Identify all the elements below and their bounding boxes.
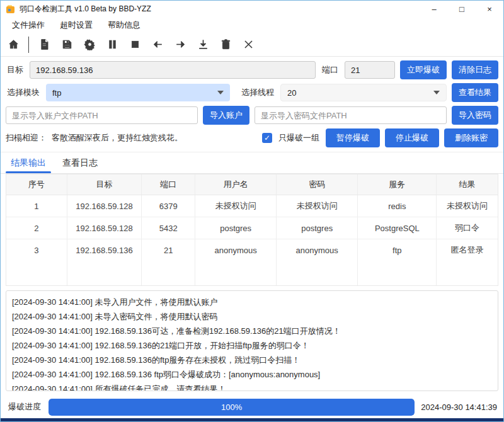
title-bar: 弱口令检测工具 v1.0 Beta by BBD-YZZ – □ ×	[1, 1, 503, 18]
import-passwords-button[interactable]: 导入密码	[452, 106, 498, 125]
log-output[interactable]: [2024-09-30 14:41:00] 未导入用户文件，将使用默认账户[20…	[6, 290, 498, 391]
progress-value: 100%	[221, 402, 242, 412]
log-line: [2024-09-30 14:41:00] 192.168.59.136可达，准…	[12, 324, 492, 338]
tab-results-output[interactable]: 结果输出	[6, 152, 51, 173]
results-table: 序号目标端口用户名密码服务结果1192.168.59.1286379未授权访问未…	[6, 174, 498, 286]
status-bar: 爆破进度 100% 2024-09-30 14:41:39	[1, 396, 503, 418]
progress-bar: 100%	[49, 399, 415, 416]
minimize-icon[interactable]: –	[420, 1, 448, 18]
thread-select[interactable]: 20	[280, 84, 447, 101]
chevron-down-icon	[217, 91, 224, 94]
table-row[interactable]: 2192.168.59.1285432postgrespostgresPostg…	[6, 217, 498, 239]
progress-label: 爆破进度	[7, 401, 42, 413]
table-header-row: 序号目标端口用户名密码服务结果	[6, 174, 498, 195]
table-cell: 未授权访问	[437, 195, 498, 217]
table-header-cell: 密码	[277, 174, 358, 195]
clear-log-button[interactable]: 清除日志	[452, 60, 498, 79]
greeting-label: 扫榻相迎：	[6, 132, 47, 144]
toolbar-separator	[28, 37, 29, 53]
table-cell: ftp	[358, 239, 437, 261]
table-cell: 192.168.59.136	[67, 239, 142, 261]
save-icon[interactable]	[60, 38, 73, 51]
table-cell: anonymous	[277, 239, 358, 261]
only-one-group-label: 只爆破一组	[277, 132, 321, 144]
table-header-cell: 端口	[142, 174, 195, 195]
log-line: [2024-09-30 14:41:00] 未导入用户文件，将使用默认账户	[12, 295, 492, 309]
progress-fill: 100%	[49, 399, 415, 416]
module-select-value: ftp	[52, 88, 61, 98]
log-line: [2024-09-30 14:41:00] 未导入密码文件，将使用默认密码	[12, 309, 492, 324]
menu-item-2[interactable]: 帮助信息	[100, 18, 148, 32]
menu-item-0[interactable]: 文件操作	[4, 18, 52, 32]
maximize-icon[interactable]: □	[448, 1, 476, 18]
chevron-down-icon	[433, 91, 440, 94]
table-cell: postgres	[195, 217, 277, 239]
table-row[interactable]: 1192.168.59.1286379未授权访问未授权访问redis未授权访问	[6, 195, 498, 217]
stop-icon[interactable]	[129, 38, 141, 51]
table-empty-area	[6, 261, 498, 285]
close-icon[interactable]	[242, 38, 255, 51]
table-cell: 未授权访问	[195, 195, 277, 217]
download-icon[interactable]	[197, 38, 209, 51]
table-cell: postgres	[277, 217, 358, 239]
table-row[interactable]: 3192.168.59.13621anonymousanonymousftp匿名…	[6, 239, 498, 261]
import-row: 导入账户 导入密码	[6, 106, 498, 125]
file-icon[interactable]	[38, 38, 50, 51]
table-cell: 6379	[142, 195, 195, 217]
target-label: 目标	[6, 64, 25, 76]
import-users-button[interactable]: 导入账户	[203, 106, 249, 125]
menu-bar: 文件操作超时设置帮助信息	[1, 18, 503, 33]
module-select[interactable]: ftp	[46, 84, 230, 101]
table-cell: PostgreSQL	[358, 217, 437, 239]
tab-bar: 结果输出查看日志	[1, 152, 503, 174]
stop-attack-button[interactable]: 停止爆破	[385, 128, 439, 147]
window-bottom-edge	[1, 418, 503, 421]
table-cell: 弱口令	[437, 217, 498, 239]
arrow-left-icon[interactable]	[151, 38, 164, 51]
port-input[interactable]	[345, 61, 395, 79]
table-cell: redis	[358, 195, 437, 217]
delete-credentials-button[interactable]: 删除账密	[444, 128, 498, 147]
table-header-cell: 服务	[358, 174, 437, 195]
window-controls: – □ ×	[420, 1, 503, 18]
table-cell: 2	[6, 217, 67, 239]
user-file-path-input[interactable]	[6, 106, 198, 124]
port-label: 端口	[321, 64, 340, 76]
trash-icon[interactable]	[219, 38, 232, 51]
log-line: [2024-09-30 14:41:00] 所有爆破任务已完成，请查看结果！	[12, 382, 492, 391]
app-icon	[6, 4, 16, 14]
thread-label: 选择线程	[240, 87, 275, 98]
close-icon[interactable]: ×	[476, 1, 503, 18]
pause-attack-button[interactable]: 暂停爆破	[326, 128, 380, 147]
table-header-cell: 目标	[67, 174, 142, 195]
table-cell: 5432	[142, 217, 195, 239]
control-row: 扫榻相迎： 客散酒醒深夜后，更持红烛赏残花。 ✓ 只爆破一组 暂停爆破 停止爆破…	[6, 128, 498, 147]
home-icon[interactable]	[7, 38, 20, 51]
toolbar	[1, 33, 503, 57]
target-row: 目标 端口 立即爆破 清除日志	[6, 60, 498, 79]
table-cell: 192.168.59.128	[67, 195, 142, 217]
table-header-cell: 结果	[437, 174, 498, 195]
log-line: [2024-09-30 14:41:00] 192.168.59.136的ftp…	[12, 353, 492, 367]
view-results-button[interactable]: 查看结果	[452, 83, 498, 102]
arrow-right-icon[interactable]	[174, 38, 186, 51]
attack-now-button[interactable]: 立即爆破	[400, 60, 447, 79]
pause-icon[interactable]	[106, 38, 118, 51]
table-cell: 1	[6, 195, 67, 217]
tab-view-log[interactable]: 查看日志	[57, 152, 103, 173]
table-cell: 匿名登录	[437, 239, 498, 261]
checkbox-check-icon: ✓	[264, 134, 270, 142]
table-header-cell: 序号	[6, 174, 67, 195]
table-header-cell: 用户名	[195, 174, 277, 195]
password-file-path-input[interactable]	[255, 106, 447, 124]
table-cell: 21	[142, 239, 195, 261]
only-one-group-checkbox[interactable]: ✓	[262, 133, 272, 143]
status-timestamp: 2024-09-30 14:41:39	[421, 402, 497, 412]
menu-item-1[interactable]: 超时设置	[52, 18, 100, 32]
log-line: [2024-09-30 14:41:00] 192.168.59.136的21端…	[12, 338, 492, 353]
table-cell: 192.168.59.128	[67, 217, 142, 239]
target-input[interactable]	[30, 61, 316, 79]
table-cell: 3	[6, 239, 67, 261]
gear-icon[interactable]	[83, 38, 96, 51]
table-cell: anonymous	[195, 239, 277, 261]
